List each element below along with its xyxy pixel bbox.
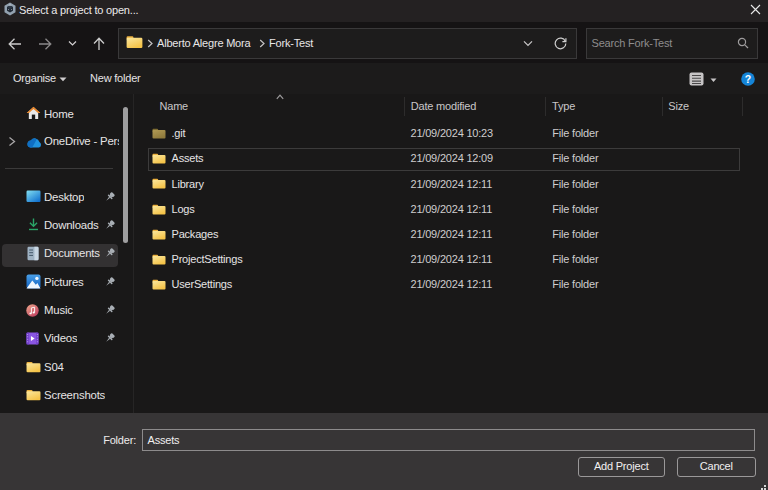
- svg-text:?: ?: [745, 72, 751, 84]
